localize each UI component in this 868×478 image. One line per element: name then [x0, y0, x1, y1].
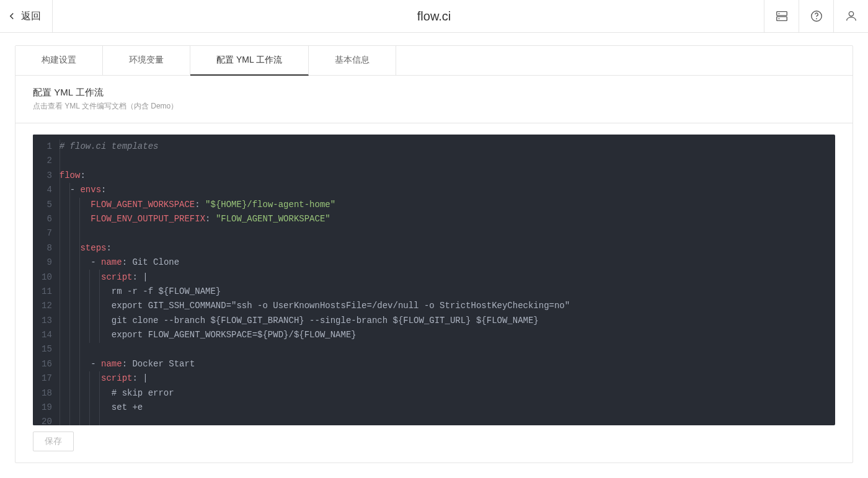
server-button[interactable] — [764, 0, 799, 33]
editor-wrapper: 1234567891011121314151617181920 # flow.c… — [16, 123, 852, 463]
section-header: 配置 YML 工作流 点击查看 YML 文件编写文档（内含 Demo） — [16, 76, 852, 123]
save-button[interactable]: 保存 — [33, 432, 74, 451]
help-button[interactable] — [799, 0, 833, 33]
tab-basic-info[interactable]: 基本信息 — [309, 46, 396, 75]
tab-env-vars[interactable]: 环境变量 — [103, 46, 190, 75]
tab-build-settings[interactable]: 构建设置 — [16, 46, 103, 75]
line-gutter: 1234567891011121314151617181920 — [33, 135, 60, 425]
code-content[interactable]: # flow.ci templates flow: - envs: FLOW_A… — [60, 135, 835, 425]
svg-point-6 — [849, 12, 853, 16]
content-panel: 构建设置 环境变量 配置 YML 工作流 基本信息 配置 YML 工作流 点击查… — [15, 45, 853, 463]
top-bar: 返回 flow.ci — [0, 0, 868, 33]
yml-editor[interactable]: 1234567891011121314151617181920 # flow.c… — [33, 135, 835, 425]
section-subtitle-link[interactable]: 点击查看 YML 文件编写文档（内含 Demo） — [33, 101, 835, 112]
help-icon — [810, 9, 823, 23]
server-icon — [775, 9, 789, 23]
user-icon — [844, 9, 858, 23]
back-label: 返回 — [21, 10, 41, 23]
user-button[interactable] — [833, 0, 868, 33]
section-title: 配置 YML 工作流 — [33, 87, 835, 99]
back-button[interactable]: 返回 — [0, 0, 53, 33]
svg-rect-0 — [776, 12, 787, 15]
tab-bar: 构建设置 环境变量 配置 YML 工作流 基本信息 — [16, 46, 852, 76]
app-logo: flow.ci — [417, 9, 451, 24]
chevron-left-icon — [6, 11, 17, 22]
topbar-actions — [764, 0, 868, 33]
tab-yml-workflow[interactable]: 配置 YML 工作流 — [190, 46, 309, 76]
svg-rect-1 — [776, 17, 787, 20]
